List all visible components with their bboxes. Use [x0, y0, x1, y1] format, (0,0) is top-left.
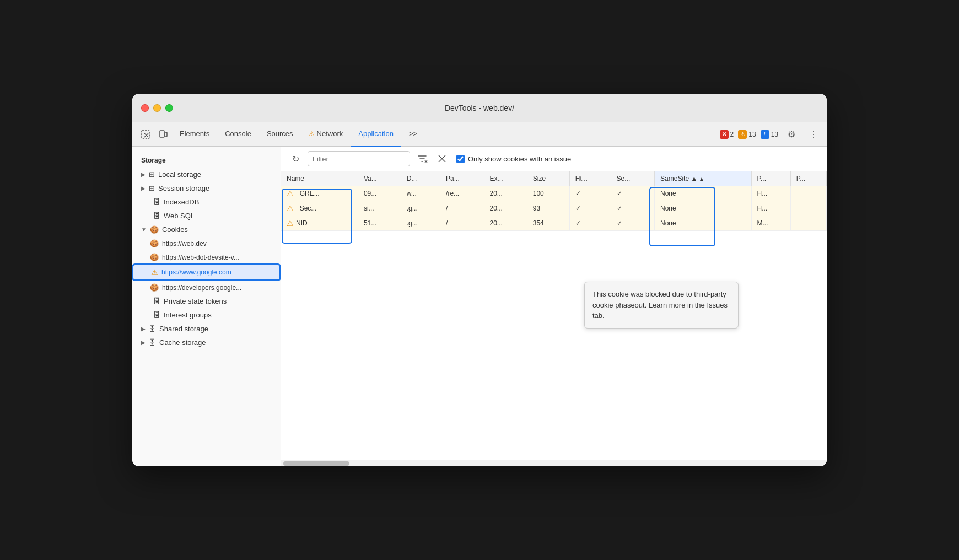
error-x-icon: ✕	[720, 130, 729, 139]
cell-p1: H...	[751, 201, 790, 216]
col-secure[interactable]: Se...	[611, 171, 654, 186]
cell-domain: .g...	[401, 216, 440, 231]
clear-filter-icon[interactable]	[414, 151, 430, 166]
tab-sources[interactable]: Sources	[259, 122, 301, 147]
issues-icon: !	[761, 130, 769, 139]
sidebar-item-local-storage[interactable]: ▶ ⊞ Local storage	[132, 168, 281, 181]
sidebar-item-private-state-tokens[interactable]: 🗄 Private state tokens	[132, 294, 281, 308]
chevron-right-icon: ▶	[141, 340, 146, 346]
sidebar-item-interest-groups[interactable]: 🗄 Interest groups	[132, 308, 281, 322]
tab-more[interactable]: >>	[401, 122, 425, 147]
issues-badge[interactable]: ! 13	[761, 130, 778, 139]
sidebar: Storage ▶ ⊞ Local storage ▶ ⊞ Session st…	[132, 147, 281, 466]
more-options-icon[interactable]: ⋮	[805, 126, 822, 143]
sidebar-item-shared-storage[interactable]: ▶ 🗄 Shared storage	[132, 322, 281, 336]
cell-secure: ✓	[611, 186, 654, 201]
sidebar-item-cookies[interactable]: ▼ 🍪 Cookies	[132, 223, 281, 236]
cell-size: 93	[527, 201, 569, 216]
warning-icon: ⚠	[287, 204, 294, 213]
device-icon[interactable]	[154, 126, 172, 143]
table-icon: ⊞	[149, 170, 155, 179]
cell-domain: w...	[401, 186, 440, 201]
sidebar-item-cache-storage[interactable]: ▶ 🗄 Cache storage	[132, 336, 281, 349]
db-icon: 🗄	[149, 338, 156, 347]
minimize-button[interactable]	[153, 104, 161, 112]
sidebar-item-cookie-google[interactable]: ⚠ https://www.google.com	[132, 264, 281, 281]
tab-console[interactable]: Console	[217, 122, 259, 147]
cell-httponly: ✓	[569, 201, 611, 216]
chevron-down-icon: ▼	[141, 227, 147, 233]
sidebar-item-session-storage[interactable]: ▶ ⊞ Session storage	[132, 181, 281, 195]
maximize-button[interactable]	[165, 104, 173, 112]
cell-secure: ✓	[611, 201, 654, 216]
horizontal-scrollbar[interactable]	[281, 460, 827, 466]
db-icon: 🗄	[153, 297, 160, 305]
cell-name: ⚠ NID	[281, 216, 358, 231]
cell-domain: .g...	[401, 201, 440, 216]
svg-rect-2	[165, 132, 167, 137]
tabs-right-actions: ✕ 2 ⚠ 13 ! 13 ⚙ ⋮	[720, 126, 822, 143]
db-icon: 🗄	[149, 325, 156, 333]
col-path[interactable]: Pa...	[440, 171, 484, 186]
devtools-tabbar: Elements Console Sources ⚠ Network Appli…	[132, 122, 827, 147]
cell-value: 09...	[358, 186, 401, 201]
col-value[interactable]: Va...	[358, 171, 401, 186]
cell-httponly: ✓	[569, 216, 611, 231]
table-header: Name Va... D... Pa... Ex... Size Ht... S…	[281, 171, 827, 186]
chevron-right-icon: ▶	[141, 326, 146, 332]
storage-section-header: Storage	[132, 153, 281, 168]
warning-triangle-icon: ⚠	[738, 130, 747, 139]
settings-icon[interactable]: ⚙	[783, 126, 800, 143]
col-samesite[interactable]: SameSite ▲	[655, 171, 751, 186]
db-icon: 🗄	[153, 311, 160, 319]
cell-expires: 20...	[484, 201, 527, 216]
cell-path: /	[440, 201, 484, 216]
col-httponly[interactable]: Ht...	[569, 171, 611, 186]
tab-network[interactable]: ⚠ Network	[301, 122, 351, 147]
cell-size: 100	[527, 186, 569, 201]
cookie-icon: 🍪	[150, 283, 159, 292]
tab-application[interactable]: Application	[351, 122, 401, 147]
cell-samesite: None	[655, 216, 751, 231]
cell-p2	[790, 201, 826, 216]
cell-expires: 20...	[484, 186, 527, 201]
issues-filter-checkbox[interactable]	[456, 155, 465, 163]
chevron-right-icon: ▶	[141, 185, 146, 191]
col-p2[interactable]: P...	[790, 171, 826, 186]
cell-samesite: None	[655, 201, 751, 216]
sidebar-item-cookie-developers[interactable]: 🍪 https://developers.google...	[132, 281, 281, 294]
cell-p2	[790, 216, 826, 231]
sidebar-item-websql[interactable]: 🗄 Web SQL	[132, 209, 281, 223]
col-size[interactable]: Size	[527, 171, 569, 186]
network-warning-icon: ⚠	[309, 130, 315, 138]
main-layout: Storage ▶ ⊞ Local storage ▶ ⊞ Session st…	[132, 147, 827, 466]
sidebar-item-indexeddb[interactable]: 🗄 IndexedDB	[132, 195, 281, 209]
scrollbar-thumb[interactable]	[283, 461, 349, 466]
cookies-table-container: Name Va... D... Pa... Ex... Size Ht... S…	[281, 171, 827, 460]
cell-secure: ✓	[611, 216, 654, 231]
cell-value: 51...	[358, 216, 401, 231]
clear-all-button[interactable]	[434, 151, 450, 166]
cell-httponly: ✓	[569, 186, 611, 201]
col-name[interactable]: Name	[281, 171, 358, 186]
close-button[interactable]	[141, 104, 149, 112]
tab-elements[interactable]: Elements	[172, 122, 217, 147]
warning-badge[interactable]: ⚠ 13	[738, 130, 756, 139]
col-expires[interactable]: Ex...	[484, 171, 527, 186]
table-row[interactable]: ⚠ _GRE... 09... w... /re... 20... 100 ✓ …	[281, 186, 827, 201]
filter-input[interactable]	[308, 151, 410, 166]
table-row[interactable]: ⚠ NID 51... .g... / 20... 354 ✓ ✓ None	[281, 216, 827, 231]
table-row[interactable]: ⚠ _Sec... si... .g... / 20... 93 ✓ ✓ N	[281, 201, 827, 216]
refresh-button[interactable]: ↻	[288, 151, 303, 166]
issues-filter-checkbox-label[interactable]: Only show cookies with an issue	[456, 155, 571, 163]
cell-name: ⚠ _GRE...	[281, 186, 358, 201]
cookie-icon: 🍪	[150, 253, 159, 261]
inspect-icon[interactable]	[137, 126, 154, 143]
col-p1[interactable]: P...	[751, 171, 790, 186]
sidebar-item-cookie-webdev[interactable]: 🍪 https://web.dev	[132, 236, 281, 250]
error-badge[interactable]: ✕ 2	[720, 130, 734, 139]
sidebar-item-cookie-devsite[interactable]: 🍪 https://web-dot-devsite-v...	[132, 250, 281, 264]
chevron-right-icon: ▶	[141, 171, 146, 177]
table-body: ⚠ _GRE... 09... w... /re... 20... 100 ✓ …	[281, 186, 827, 231]
col-domain[interactable]: D...	[401, 171, 440, 186]
